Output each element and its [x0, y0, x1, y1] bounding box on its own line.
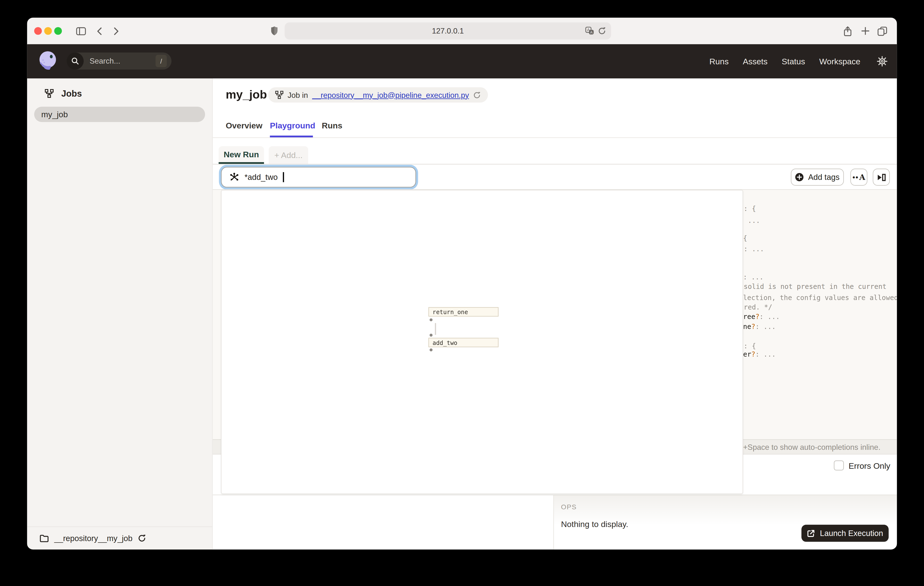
address-bar[interactable]: 127.0.0.1 AA — [285, 22, 611, 39]
ops-panel-empty-message: Nothing to display. — [561, 520, 628, 529]
autocomplete-button[interactable]: ••A — [850, 169, 867, 186]
nav-runs[interactable]: Runs — [710, 56, 729, 66]
add-tags-label: Add tags — [808, 173, 839, 182]
header-nav: Runs Assets Status Workspace — [710, 44, 888, 78]
forward-button[interactable] — [110, 18, 122, 44]
screen: 127.0.0.1 AA — [0, 0, 924, 586]
errors-only-checkbox[interactable] — [834, 460, 844, 470]
jobs-section-header: Jobs — [45, 88, 82, 98]
svg-text:A: A — [590, 30, 592, 34]
reload-repository-icon[interactable] — [138, 534, 146, 542]
config-code-line: : { — [744, 342, 756, 350]
graph-edge — [435, 323, 436, 335]
close-window-button[interactable] — [34, 27, 42, 35]
share-icon[interactable] — [842, 18, 853, 44]
translate-icon[interactable]: AA — [585, 26, 595, 35]
output-dot — [429, 348, 432, 351]
back-button[interactable] — [93, 18, 105, 44]
zoom-window-button[interactable] — [54, 27, 62, 35]
input-dot — [429, 334, 432, 337]
config-code-line: : { — [744, 205, 756, 213]
expand-panel-icon — [876, 172, 886, 182]
config-code-line: red. */ — [744, 303, 772, 311]
search-placeholder: Search... — [89, 56, 120, 65]
repository-footer[interactable]: __repository__my_job — [27, 526, 213, 550]
reload-icon[interactable] — [597, 26, 606, 35]
job-source-pill: Job in __repository__my_job@pipeline_exe… — [268, 87, 488, 103]
content: Jobs my_job __repository__my_job m — [27, 78, 897, 550]
jobs-section-title: Jobs — [61, 88, 82, 98]
errors-only-label: Errors Only — [848, 461, 890, 470]
op-selector-value: *add_two — [244, 173, 278, 182]
text-cursor — [283, 172, 284, 182]
active-tab-underline — [270, 136, 313, 137]
run-tab-new-run[interactable]: New Run — [219, 146, 264, 164]
tab-divider — [213, 137, 897, 138]
config-code-line: ... — [748, 216, 760, 225]
nav-assets[interactable]: Assets — [743, 56, 767, 66]
errors-only-control: Errors Only — [834, 460, 890, 470]
jobs-sidebar: Jobs my_job __repository__my_job — [27, 78, 213, 550]
tab-playground[interactable]: Playground — [270, 121, 315, 130]
folder-icon — [40, 534, 49, 542]
tab-overview-icon[interactable] — [876, 18, 888, 44]
output-dot — [429, 318, 432, 321]
config-code-line: ne?: ... — [743, 322, 776, 331]
expand-panel-button[interactable] — [873, 169, 890, 186]
config-code-line: : ... — [744, 245, 764, 253]
minimize-window-button[interactable] — [44, 27, 52, 35]
config-code-line: er?: ... — [743, 350, 776, 359]
graph-node-return-one[interactable]: return_one — [429, 307, 498, 316]
op-selector-input[interactable]: *add_two — [221, 167, 416, 187]
launch-execution-label: Launch Execution — [820, 529, 883, 538]
safari-window: 127.0.0.1 AA — [27, 18, 897, 550]
launch-execution-button[interactable]: Launch Execution — [802, 525, 889, 541]
ops-panel-title: OPS — [561, 503, 577, 510]
external-link-icon — [807, 529, 815, 538]
config-code-line: : ... — [743, 273, 763, 281]
op-selector-icon — [229, 172, 239, 182]
new-tab-icon[interactable] — [859, 18, 871, 44]
sidebar-item-my-job[interactable]: my_job — [34, 107, 205, 122]
job-icon — [275, 91, 284, 99]
sidebar-toggle-icon[interactable] — [73, 18, 88, 44]
app-header: Search... / Runs Assets Status Workspace — [27, 44, 897, 78]
config-code-line: solid is not present in the current — [744, 282, 887, 291]
dagster-logo[interactable] — [37, 50, 58, 71]
nav-status[interactable]: Status — [782, 56, 805, 66]
tab-runs[interactable]: Runs — [322, 121, 342, 130]
privacy-shield-icon[interactable] — [268, 18, 280, 44]
nav-workspace[interactable]: Workspace — [819, 56, 860, 66]
run-tab-divider — [213, 164, 897, 164]
url-text: 127.0.0.1 — [432, 26, 464, 35]
config-code-line: ree?: ... — [743, 313, 780, 321]
search-icon — [66, 53, 84, 70]
main-panel: my_job Job in __reposito — [213, 78, 897, 550]
gear-icon[interactable] — [877, 56, 888, 67]
hint-bar-text: +Space to show auto-completions inline. — [743, 442, 880, 451]
config-code-line: { — [743, 234, 747, 242]
reload-job-icon[interactable] — [473, 91, 481, 99]
graph-node-add-two[interactable]: add_two — [429, 338, 498, 348]
repository-name: __repository__my_job — [54, 534, 132, 543]
search-input[interactable]: Search... / — [66, 53, 171, 70]
add-tags-button[interactable]: Add tags — [791, 169, 844, 186]
autocomplete-icon: •• — [853, 173, 859, 181]
config-code-line: lection, the config values are allowed — [743, 293, 897, 302]
op-graph-popover: return_one add_two — [221, 190, 743, 494]
job-pill-prefix: Job in — [287, 91, 308, 99]
page-title: my_job — [226, 88, 267, 101]
jobs-icon — [45, 89, 54, 98]
run-tab-add[interactable]: + Add... — [269, 146, 308, 164]
search-shortcut-key: / — [155, 55, 167, 67]
browser-chrome: 127.0.0.1 AA — [27, 18, 897, 45]
job-pipeline-link[interactable]: __repository__my_job@pipeline_execution.… — [312, 91, 469, 99]
tab-overview[interactable]: Overview — [226, 121, 262, 130]
plus-circle-icon — [795, 173, 804, 182]
